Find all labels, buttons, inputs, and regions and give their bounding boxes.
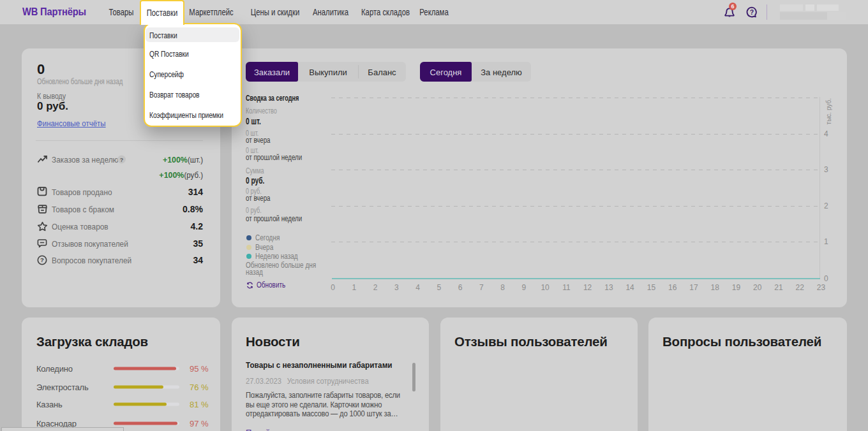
svg-text:?: ?: [750, 8, 754, 16]
svg-text:?: ?: [40, 256, 44, 263]
